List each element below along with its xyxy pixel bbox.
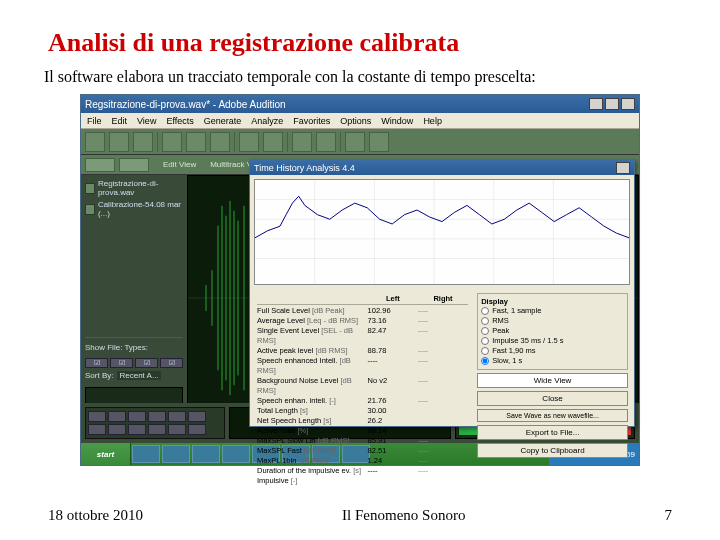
window-title: Regsitrazione-di-prova.wav* - Adobe Audi… — [85, 99, 286, 110]
tool-undo-icon[interactable] — [239, 132, 259, 152]
filter-midi[interactable]: ☑ — [160, 358, 183, 368]
export-file-button[interactable]: Export to File... — [477, 425, 628, 440]
record-button[interactable] — [188, 411, 206, 422]
radio-peak[interactable] — [481, 327, 489, 335]
app-screenshot: Regsitrazione-di-prova.wav* - Adobe Audi… — [80, 94, 640, 466]
dialog-titlebar[interactable]: Time History Analysis 4.4 — [250, 160, 634, 175]
rewind-button[interactable] — [148, 411, 166, 422]
menu-generate[interactable]: Generate — [204, 116, 242, 126]
display-group: Display Fast, 1 sample RMS Peak Impulse … — [477, 293, 628, 370]
menu-view[interactable]: View — [137, 116, 156, 126]
tool-help-icon[interactable] — [369, 132, 389, 152]
window-titlebar[interactable]: Regsitrazione-di-prova.wav* - Adobe Audi… — [81, 95, 639, 113]
radio-impulse[interactable] — [481, 337, 489, 345]
tool-copy-icon[interactable] — [162, 132, 182, 152]
filter-loop[interactable]: ☑ — [110, 358, 133, 368]
filter-audio[interactable]: ☑ — [85, 358, 108, 368]
zoom-in-button[interactable] — [148, 424, 166, 435]
footer-page: 7 — [664, 507, 672, 524]
start-button[interactable]: start — [81, 443, 131, 465]
file-item-1[interactable]: Registrazione-di-prova.wav — [98, 179, 183, 197]
display-group-label: Display — [481, 297, 624, 306]
dialog-close-button[interactable] — [616, 162, 630, 174]
goto-start-button[interactable] — [108, 424, 126, 435]
filter-video[interactable]: ☑ — [135, 358, 158, 368]
col-left: Left — [368, 294, 418, 303]
file-item-2[interactable]: Calibrazione-54.08 mar (...) — [98, 200, 183, 218]
goto-end-button[interactable] — [128, 424, 146, 435]
footer-center: Il Fenomeno Sonoro — [342, 507, 465, 524]
file-icon — [85, 183, 95, 194]
col-right: Right — [418, 294, 468, 303]
tool-paste-icon[interactable] — [210, 132, 230, 152]
sort-value[interactable]: Recent A... — [117, 371, 160, 380]
menu-file[interactable]: File — [87, 116, 102, 126]
tool-cut-icon[interactable] — [186, 132, 206, 152]
col-name — [257, 294, 368, 303]
task-item[interactable] — [162, 445, 190, 463]
menu-window[interactable]: Window — [381, 116, 413, 126]
task-item[interactable] — [192, 445, 220, 463]
menubar[interactable]: File Edit View Effects Generate Analyze … — [81, 113, 639, 129]
menu-effects[interactable]: Effects — [166, 116, 193, 126]
wide-view-button[interactable]: Wide View — [477, 373, 628, 388]
edit-view-label: Edit View — [163, 160, 196, 169]
filetype-label: Show File: Types: — [85, 343, 183, 352]
stop-button[interactable] — [108, 411, 126, 422]
file-panel: Registrazione-di-prova.wav Calibrazione-… — [81, 175, 187, 421]
edit-view-button[interactable] — [85, 158, 115, 172]
radio-fast-190[interactable] — [481, 347, 489, 355]
menu-analyze[interactable]: Analyze — [251, 116, 283, 126]
pause-button[interactable] — [128, 411, 146, 422]
close-button[interactable] — [621, 98, 635, 110]
menu-help[interactable]: Help — [423, 116, 442, 126]
tool-zoom-icon[interactable] — [292, 132, 312, 152]
analysis-dialog: Time History Analysis 4.4 — [249, 159, 635, 427]
copy-clipboard-button[interactable]: Copy to Clipboard — [477, 443, 628, 458]
main-window: Regsitrazione-di-prova.wav* - Adobe Audi… — [80, 94, 640, 466]
tool-open-icon[interactable] — [109, 132, 129, 152]
tool-redo-icon[interactable] — [263, 132, 283, 152]
file-icon — [85, 204, 95, 215]
forward-button[interactable] — [168, 411, 186, 422]
menu-options[interactable]: Options — [340, 116, 371, 126]
dialog-title: Time History Analysis 4.4 — [254, 163, 355, 173]
multitrack-view-button[interactable] — [119, 158, 149, 172]
parameter-table: Left Right Full Scale Level [dB Peak]102… — [254, 291, 471, 423]
close-dialog-button[interactable]: Close — [477, 391, 628, 406]
zoom-out-button[interactable] — [168, 424, 186, 435]
slide-title: Analisi di una registrazione calibrata — [48, 28, 680, 58]
play-button[interactable] — [88, 411, 106, 422]
loop-button[interactable] — [88, 424, 106, 435]
menu-favorites[interactable]: Favorites — [293, 116, 330, 126]
maximize-button[interactable] — [605, 98, 619, 110]
radio-fast-1sample[interactable] — [481, 307, 489, 315]
task-item[interactable] — [132, 445, 160, 463]
sort-label: Sort By: — [85, 371, 113, 380]
menu-edit[interactable]: Edit — [112, 116, 128, 126]
tool-select-icon[interactable] — [316, 132, 336, 152]
minimize-button[interactable] — [589, 98, 603, 110]
zoom-full-button[interactable] — [188, 424, 206, 435]
main-toolbar — [81, 129, 639, 155]
transport-controls — [85, 407, 225, 439]
footer-date: 18 ottobre 2010 — [48, 507, 143, 524]
task-item[interactable] — [222, 445, 250, 463]
radio-rms[interactable] — [481, 317, 489, 325]
tool-save-icon[interactable] — [133, 132, 153, 152]
radio-slow[interactable] — [481, 357, 489, 365]
svg-rect-27 — [255, 180, 629, 284]
tool-options-icon[interactable] — [345, 132, 365, 152]
tool-new-icon[interactable] — [85, 132, 105, 152]
time-history-graph — [254, 179, 630, 285]
slide-subtitle: Il software elabora un tracciato tempora… — [44, 68, 680, 86]
save-wave-button[interactable]: Save Wave as new wavefile... — [477, 409, 628, 422]
